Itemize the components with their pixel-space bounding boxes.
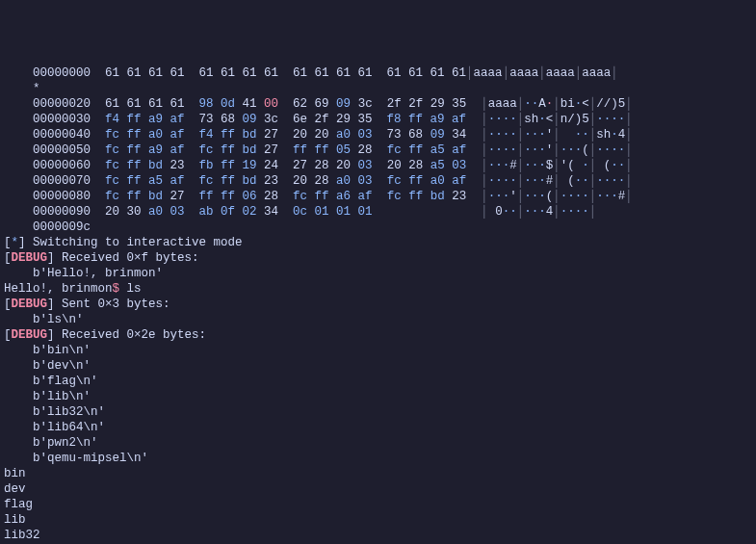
hex-bytes: 28 <box>351 143 387 157</box>
hex-ascii: │ <box>466 143 488 157</box>
hex-address: 0000009c <box>4 220 91 234</box>
hex-bytes: f4 ff bd <box>199 128 257 142</box>
hex-bytes <box>185 174 199 188</box>
hex-address: 00000060 <box>4 159 91 172</box>
hex-ascii: n/)5 <box>560 113 589 126</box>
hexdump-row: 00000060 fc ff bd 23 fb ff 19 24 27 28 2… <box>4 158 752 173</box>
log-fragment: lib32 <box>4 529 40 542</box>
hex-ascii: │ <box>553 190 560 203</box>
hexdump-row: 00000050 fc ff a9 af fc ff bd 27 ff ff 0… <box>4 142 752 158</box>
hex-bytes <box>91 128 105 142</box>
hex-ascii: sh <box>596 128 611 142</box>
hex-ascii: ··· <box>560 143 583 157</box>
hexdump-row: 00000080 fc ff bd 27 ff ff 06 28 fc ff a… <box>4 189 752 204</box>
hex-ascii: ···· <box>488 113 517 126</box>
hex-ascii: 0 <box>488 205 503 219</box>
hex-bytes: fc ff bd <box>387 190 445 203</box>
hex-ascii: ·· <box>611 159 625 172</box>
hex-ascii: │ <box>625 143 633 157</box>
hex-bytes <box>91 190 105 203</box>
hex-ascii: ( <box>582 143 589 157</box>
hex-bytes <box>185 205 199 219</box>
hexdump-row: * <box>4 81 752 96</box>
log-line: dev <box>4 481 752 497</box>
hex-ascii: │ <box>503 66 510 80</box>
log-fragment: b'ls\n' <box>4 313 84 326</box>
hex-ascii: ···· <box>488 174 517 188</box>
hex-address: 00000050 <box>4 143 91 157</box>
hex-bytes: fc ff a5 af <box>387 143 467 157</box>
log-fragment: b'dev\n' <box>4 359 91 373</box>
hex-address: 00000080 <box>4 190 91 203</box>
log-line: lib32 <box>4 528 752 543</box>
hex-bytes: fc ff bd <box>199 174 257 188</box>
hex-address: * <box>4 82 40 95</box>
log-line: bin <box>4 466 752 481</box>
hex-ascii: · <box>611 128 618 142</box>
hex-address: 00000040 <box>4 128 91 142</box>
hex-ascii: aaaa <box>546 66 575 80</box>
hex-ascii: ···· <box>560 205 589 219</box>
hex-bytes <box>91 159 105 172</box>
hex-ascii: ··· <box>488 159 510 172</box>
hex-ascii: │ <box>553 174 560 188</box>
hex-bytes: 27 20 20 <box>257 128 337 142</box>
log-fragment: Hello!, brinmon <box>4 282 113 296</box>
log-fragment: [ <box>4 251 12 265</box>
hex-bytes: a0 03 <box>148 205 185 219</box>
log-fragment: b'Hello!, brinmon' <box>4 267 163 280</box>
hexdump-row: 00000000 61 61 61 61 61 61 61 61 61 61 6… <box>4 65 752 81</box>
log-fragment: [ <box>4 236 12 249</box>
hex-bytes: 61 61 61 61 61 61 61 61 61 61 61 61 61 6… <box>91 66 466 80</box>
log-line: b'bin\n' <box>4 343 752 358</box>
hex-ascii: ···· <box>596 113 625 126</box>
hexdump-row: 00000030 f4 ff a9 af 73 68 09 3c 6e 2f 2… <box>4 112 752 127</box>
hex-ascii: │ <box>466 113 488 126</box>
log-line: Hello!, brinmon$ ls <box>4 281 752 297</box>
hex-ascii: # <box>509 159 517 172</box>
hex-ascii: ·· <box>524 97 538 111</box>
hex-ascii: │ <box>625 174 633 188</box>
hex-bytes: fc ff a0 af <box>105 128 185 142</box>
hex-bytes: 24 27 28 20 <box>257 159 358 172</box>
hex-ascii: ··· <box>524 205 546 219</box>
hex-bytes: f4 ff a9 af <box>105 113 185 126</box>
hex-bytes: 62 69 <box>278 97 336 111</box>
hex-address: 00000070 <box>4 174 91 188</box>
hex-bytes: 34 <box>257 205 294 219</box>
hex-bytes: 61 61 61 61 <box>91 97 199 111</box>
hex-ascii: ·· <box>575 128 589 142</box>
log-line: b'qemu-mipsel\n' <box>4 451 752 466</box>
log-line: b'Hello!, brinmon' <box>4 266 752 281</box>
log-line: b'lib32\n' <box>4 404 752 420</box>
hex-ascii: ···· <box>488 128 517 142</box>
hex-ascii: │ <box>553 159 560 172</box>
hex-ascii: ··· <box>524 143 546 157</box>
log-line: b'dev\n' <box>4 358 752 374</box>
log-fragment: [ <box>4 328 12 342</box>
hexdump-row: 00000090 20 30 a0 03 ab 0f 02 34 0c 01 0… <box>4 204 752 220</box>
hex-ascii: ( <box>596 159 611 172</box>
hex-bytes <box>373 174 387 188</box>
hex-bytes: fb ff 19 <box>199 159 257 172</box>
hex-bytes: ab 0f 02 <box>199 205 257 219</box>
hex-ascii: │ <box>553 205 560 219</box>
hex-bytes: 98 0d <box>199 97 236 111</box>
log-fragment: b'flag\n' <box>4 375 98 388</box>
hex-ascii: sh <box>524 113 538 126</box>
hex-bytes: 09 <box>243 113 257 126</box>
hex-ascii: ··· <box>488 190 510 203</box>
log-line: b'pwn2\n' <box>4 435 752 451</box>
hex-bytes: 23 <box>163 159 199 172</box>
hex-bytes: 34 <box>445 128 467 142</box>
hex-bytes: fc ff a5 af <box>105 174 185 188</box>
hex-bytes <box>91 143 105 157</box>
log-line: [DEBUG] Sent 0×3 bytes: <box>4 297 752 312</box>
hexdump-row: 0000009c <box>4 220 752 235</box>
hex-bytes: 28 <box>257 190 294 203</box>
hex-ascii: ··· <box>524 174 546 188</box>
hex-ascii: aaaa <box>509 66 538 80</box>
terminal-output[interactable]: 00000000 61 61 61 61 61 61 61 61 61 61 6… <box>4 65 752 544</box>
hex-bytes: 73 68 <box>373 128 430 142</box>
log-fragment: dev <box>4 482 26 496</box>
